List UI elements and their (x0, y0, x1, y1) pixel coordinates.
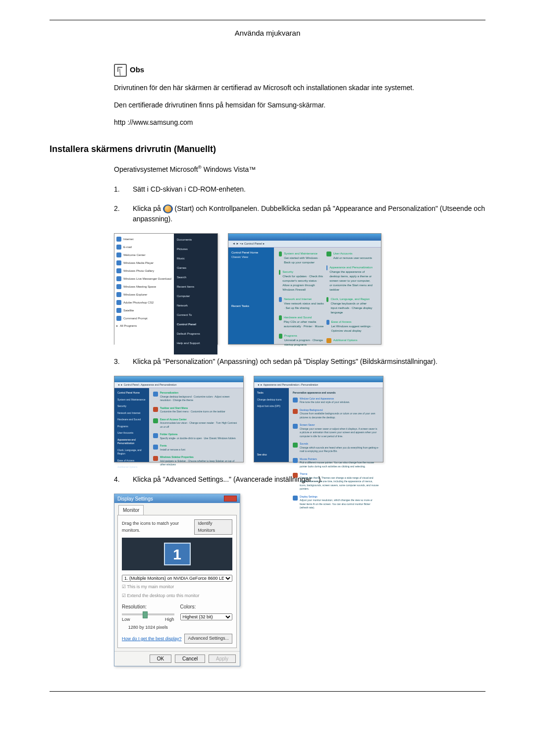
screenshot-start-menu: Internet E-mail Welcome Center Windows M… (114, 233, 218, 345)
note-url: http ://www.samsung.com (114, 117, 485, 128)
monitor-arrangement-area[interactable]: 1 (122, 538, 232, 570)
extend-desktop-checkbox[interactable]: ☑ Extend the desktop onto this monitor (122, 593, 232, 600)
step-1-text: Sätt i CD-skivan i CD-ROM-enheten. (133, 184, 485, 195)
slider-high-label: High (165, 616, 174, 623)
advanced-settings-button[interactable]: Advanced Settings... (184, 634, 232, 644)
colors-label: Colors: (180, 603, 233, 610)
section-title: Installera skärmens drivrutin (Manuellt) (50, 143, 485, 156)
monitor-1-icon[interactable]: 1 (164, 543, 191, 565)
identify-monitors-button[interactable]: Identify Monitors (194, 519, 232, 535)
screenshot-personalization-panel: ◄ ► Appearance and Personalization › Per… (254, 376, 383, 462)
tab-monitor[interactable]: Monitor (118, 505, 144, 515)
note-icon (114, 64, 127, 77)
help-link[interactable]: How do I get the best display? (122, 636, 182, 643)
step-3-text: Klicka på "Personalization" (Anpassning)… (133, 356, 485, 367)
resolution-value: 1280 by 1024 pixels (122, 624, 174, 631)
step-3: 3. Klicka på "Personalization" (Anpassni… (114, 356, 485, 367)
screenshot-display-settings: Display Settings Monitor Drag the icons … (114, 494, 240, 666)
colors-dropdown[interactable]: Highest (32 bit) (180, 613, 233, 620)
step-2-text: Klicka på (Start) och Kontrollpanelen. D… (133, 203, 485, 224)
resolution-slider[interactable] (122, 613, 174, 615)
drag-instruction: Drag the icons to match your monitors. (122, 520, 194, 534)
dialog-title: Display Settings (117, 495, 153, 503)
screenshot-appearance-panel: ◄ ► Control Panel › Appearance and Perso… (114, 376, 244, 462)
step-2: 2. Klicka på (Start) och Kontrollpanelen… (114, 203, 485, 224)
registered-icon: ® (198, 164, 202, 170)
page-header: Använda mjukvaran (50, 28, 485, 39)
step-2-text-a: Klicka på (133, 204, 163, 212)
close-icon[interactable] (224, 496, 237, 502)
start-orb-icon (163, 204, 173, 213)
step-2-number: 2. (114, 203, 124, 224)
os-vista: Windows Vista™ (202, 165, 256, 173)
note-block: Obs Drivrutinen för den här skärmen är c… (114, 64, 485, 128)
step-1-number: 1. (114, 184, 124, 195)
step-2-text-b: (Start) och Kontrollpanelen. Dubbelklick… (133, 204, 485, 223)
os-microsoft: Operativsystemet Microsoft (114, 165, 198, 173)
ok-button[interactable]: OK (150, 655, 171, 663)
note-text-1: Drivrutinen för den här skärmen är certi… (114, 83, 485, 93)
apply-button[interactable]: Apply (209, 655, 236, 663)
resolution-label: Resolution: (122, 603, 174, 610)
step-1: 1. Sätt i CD-skivan i CD-ROM-enheten. (114, 184, 485, 195)
os-subtitle: Operativsystemet Microsoft® Windows Vist… (114, 164, 485, 175)
note-label: Obs (130, 64, 144, 76)
main-monitor-checkbox[interactable]: ☑ This is my main monitor (122, 584, 232, 591)
note-text-2: Den certifierade drivrutinen finns på he… (114, 100, 485, 110)
screenshot-control-panel: ◄ ► ▪ ▸ Control Panel ▸ Control Panel Ho… (228, 233, 381, 345)
monitor-dropdown[interactable]: 1. (Multiple Monitors) on NVIDIA GeForce… (122, 575, 232, 582)
start-menu-left-column: Internet E-mail Welcome Center Windows M… (114, 234, 174, 354)
slider-low-label: Low (122, 616, 130, 623)
step-3-number: 3. (114, 356, 124, 367)
cancel-button[interactable]: Cancel (175, 655, 205, 663)
start-menu-right-column: Documents Pictures Music Games Search Re… (174, 234, 217, 354)
